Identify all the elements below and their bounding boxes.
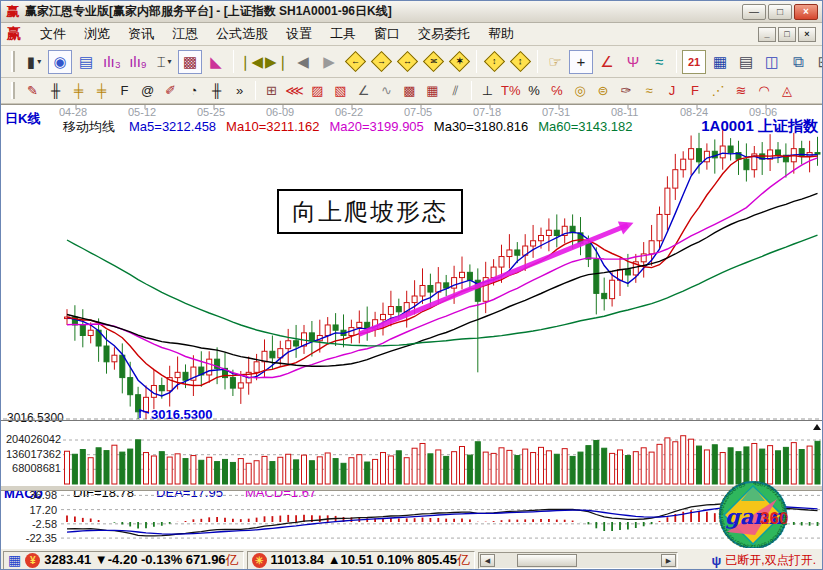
shift-left-icon[interactable]: ← [343, 50, 367, 74]
menu-item-9[interactable]: 帮助 [479, 23, 523, 45]
print-icon[interactable]: ⊟ [812, 50, 823, 74]
wave-tool-icon[interactable]: ≈ [647, 50, 671, 74]
prev-page-icon[interactable]: ◀ [291, 50, 315, 74]
spiral-icon[interactable]: @ [137, 81, 158, 101]
chart-area[interactable]: 日K线 1A0001 上证指数 移动均线Ma5=3212.458Ma10=321… [1, 104, 823, 548]
matrix2-icon[interactable]: ▦ [422, 81, 443, 101]
menu-item-3[interactable]: 江恩 [163, 23, 207, 45]
slant-lines-icon[interactable]: ⫽ [445, 81, 466, 101]
zigzag-icon[interactable]: ∿ [376, 81, 397, 101]
next-page-icon[interactable]: ▶ [317, 50, 341, 74]
screenshot-icon[interactable]: ⧉ [786, 50, 810, 74]
volume-bar [610, 453, 615, 484]
scroll-thumb[interactable] [517, 554, 577, 567]
network-icon[interactable]: ◉ [48, 50, 72, 74]
zoom-in-icon[interactable]: ≍ [421, 50, 445, 74]
ink-icon[interactable]: ✑ [616, 81, 637, 101]
quote-list-icon[interactable]: ▤ [74, 50, 98, 74]
volume-bar [523, 449, 528, 484]
volume-bar [88, 458, 93, 484]
volume-overflow-marker [813, 424, 821, 430]
angle-tool-icon[interactable]: ∠ [595, 50, 619, 74]
minute9-chart-icon[interactable]: ılı₉ [126, 50, 150, 74]
restore-button[interactable]: □ [768, 4, 792, 20]
mdi-restore-button[interactable]: □ [778, 27, 796, 42]
gann-box-icon[interactable]: ▨ [307, 81, 328, 101]
price-ruler-icon[interactable]: ⊥ [477, 81, 498, 101]
formula-icon[interactable]: ▩ [178, 50, 202, 74]
scroll-right-button[interactable]: ▶ [661, 554, 676, 567]
menu-item-7[interactable]: 窗口 [365, 23, 409, 45]
shift-right-icon[interactable]: → [369, 50, 393, 74]
gold-section-icon[interactable]: ╪ [68, 81, 89, 101]
hand-tool-icon[interactable]: ☞ [543, 50, 567, 74]
more-tools-chevron[interactable]: » [229, 81, 250, 101]
matrix-icon[interactable]: ▩ [399, 81, 420, 101]
first-page-icon[interactable]: ❘◀ [239, 50, 263, 74]
mdi-minimize-button[interactable]: _ [758, 27, 776, 42]
menu-item-6[interactable]: 工具 [321, 23, 365, 45]
candle-style-button[interactable]: ⌶▾ [152, 50, 176, 74]
horizontal-scrollbar[interactable]: ◀ ▶ [478, 552, 678, 569]
scroll-left-button[interactable]: ◀ [480, 554, 495, 567]
wave-gold-icon[interactable]: ≈ [639, 81, 660, 101]
percent-icon[interactable]: % [524, 81, 545, 101]
four-quad-icon[interactable]: ◬ [777, 81, 798, 101]
f-line-icon[interactable]: F [114, 81, 135, 101]
mdi-close-button[interactable]: × [798, 27, 816, 42]
quote-table-icon[interactable]: ▦ [8, 553, 21, 567]
calendar-icon[interactable]: 21 [682, 50, 706, 74]
brush-icon[interactable]: ✎ [22, 81, 43, 101]
reset-zoom-icon[interactable]: ✶ [447, 50, 471, 74]
stretch-vert-icon[interactable]: ↕ [482, 50, 506, 74]
gold-slant-icon[interactable]: ⋰ [708, 81, 729, 101]
notes-icon[interactable]: ▤ [734, 50, 758, 74]
volume-bar [633, 452, 638, 484]
menu-item-4[interactable]: 公式选股 [207, 23, 277, 45]
menu-item-0[interactable]: 文件 [31, 23, 75, 45]
brush2-icon[interactable]: ✐ [160, 81, 181, 101]
percent-retrace-icon[interactable]: T% [500, 81, 522, 101]
cycle-circle-icon[interactable]: ◔ [183, 81, 204, 101]
menu-item-1[interactable]: 浏览 [75, 23, 119, 45]
crosshair-tool-icon[interactable]: + [569, 50, 593, 74]
volume-bar [215, 462, 220, 484]
menu-item-2[interactable]: 资讯 [119, 23, 163, 45]
gann-tool-icon[interactable]: Ψ [621, 50, 645, 74]
arc-lines-icon[interactable]: ◠ [754, 81, 775, 101]
gann-ticks-icon[interactable]: ╫ [45, 81, 66, 101]
minimize-button[interactable]: — [742, 4, 766, 20]
connection-panel[interactable]: ψ 已断开,双点打开. [708, 551, 820, 570]
volume-pane-svg[interactable] [1, 420, 823, 485]
fan-lines-icon[interactable]: ⋘ [284, 81, 305, 101]
shrink-vert-icon[interactable]: ↨ [508, 50, 532, 74]
last-page-icon[interactable]: ▶❘ [265, 50, 289, 74]
menu-item-5[interactable]: 设置 [277, 23, 321, 45]
price-pane-svg[interactable] [1, 105, 823, 420]
gold-line-icon[interactable]: ⊜ [593, 81, 614, 101]
box-frame-icon[interactable]: ⊞ [261, 81, 282, 101]
minute3-chart-icon[interactable]: ılı₃ [100, 50, 124, 74]
gold-section2-icon[interactable]: ╪ [91, 81, 112, 101]
volume-bar [302, 455, 307, 484]
zoom-out-icon[interactable]: ↔ [395, 50, 419, 74]
f2-line-icon[interactable]: F [685, 81, 706, 101]
save-icon[interactable]: ◫ [760, 50, 784, 74]
calculator-icon[interactable]: ▦ [708, 50, 732, 74]
menu-item-8[interactable]: 交易委托 [409, 23, 479, 45]
antenna-icon: ψ [712, 553, 722, 568]
kline-style-button[interactable]: ▮▾ [22, 50, 46, 74]
volume-scale-1: 136017362 [1, 448, 61, 460]
close-button[interactable]: × [794, 4, 818, 20]
percent-line-icon[interactable]: ℅ [547, 81, 568, 101]
j-line-icon[interactable]: J [662, 81, 683, 101]
ticks-icon[interactable]: ╫ [206, 81, 227, 101]
speed-lines-icon[interactable]: ≋ [731, 81, 752, 101]
gann-grid-icon[interactable]: ▧ [330, 81, 351, 101]
volume-bar [167, 457, 172, 484]
macd-pane-svg[interactable] [1, 488, 823, 552]
volume-profile-icon[interactable]: ◣ [204, 50, 228, 74]
volume-bar [317, 457, 322, 484]
angle-lines-icon[interactable]: ∠ [353, 81, 374, 101]
gold-circle-icon[interactable]: ◎ [570, 81, 591, 101]
